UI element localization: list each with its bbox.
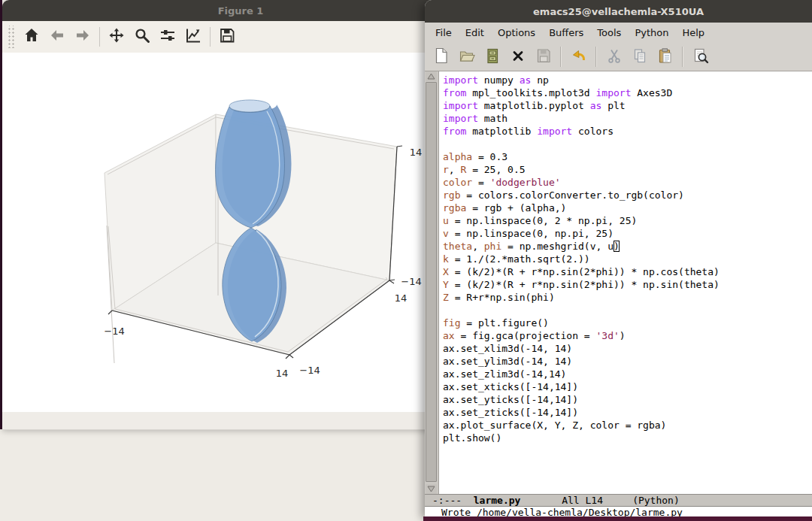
undo-button[interactable]: [567, 45, 590, 68]
menu-tools[interactable]: Tools: [590, 24, 628, 41]
modeline-position-and-mode: All L14 (Python): [520, 495, 679, 506]
scissors-icon: [605, 47, 623, 68]
zoom-button[interactable]: [131, 26, 153, 48]
home-button[interactable]: [20, 26, 43, 48]
clipboard-paste-icon: [656, 47, 674, 68]
emacs-toolbar: [425, 43, 812, 71]
toolbar-separator: [210, 27, 211, 47]
scrollbar-down-arrow-icon[interactable]: [426, 484, 437, 494]
toolbar-separator: [595, 47, 597, 67]
dired-button[interactable]: [480, 45, 504, 68]
x-axis-tick-14: 14: [276, 368, 289, 379]
toolbar-separator: [560, 47, 562, 67]
emacs-window: emacs25@vellachemla-X510UA File Edit Opt…: [425, 0, 812, 516]
back-button[interactable]: [46, 26, 68, 48]
toolbar-separator: [682, 47, 683, 67]
save-floppy-disabled-icon: [535, 47, 553, 68]
menu-options[interactable]: Options: [491, 24, 542, 41]
echo-area-corner-icon: [425, 507, 436, 517]
y-axis-tick-neg14: −14: [299, 365, 320, 376]
undo-arrow-icon: [570, 47, 588, 68]
forward-arrow-icon: [74, 26, 92, 47]
sliders-icon: [159, 26, 177, 47]
scrollbar-thumb[interactable]: [426, 82, 437, 482]
3d-plot: [2, 53, 479, 412]
home-icon: [23, 26, 41, 47]
copy-pages-icon: [631, 47, 649, 68]
emacs-window-title: emacs25@vellachemla-X510UA: [533, 6, 704, 17]
pan-button[interactable]: [105, 26, 128, 48]
line-chart-icon: [184, 26, 202, 47]
emacs-echo-area[interactable]: Wrote /home/vella-chemla/Desktop/larme.p…: [425, 507, 812, 517]
y-axis-tick-14: 14: [395, 292, 408, 304]
toolbar-grip-handle[interactable]: [7, 26, 14, 48]
figure-titlebar[interactable]: Figure 1: [2, 0, 479, 21]
search-button[interactable]: [689, 45, 712, 68]
close-x-icon: [509, 47, 527, 68]
copy-button[interactable]: [628, 45, 651, 68]
scrollbar-up-arrow-icon[interactable]: [426, 71, 437, 81]
search-icon: [692, 47, 710, 68]
new-file-icon: [432, 47, 450, 68]
menu-python[interactable]: Python: [628, 24, 675, 41]
code-area[interactable]: import numpy as npfrom mpl_toolkits.mplo…: [439, 71, 812, 494]
emacs-editor: import numpy as npfrom mpl_toolkits.mplo…: [425, 71, 812, 494]
edit-axes-button[interactable]: [182, 26, 205, 48]
pan-icon: [108, 26, 126, 47]
modeline-buffer-name: larme.py: [474, 495, 521, 506]
save-figure-button[interactable]: [216, 26, 238, 48]
emacs-menubar: File Edit Options Buffers Tools Python H…: [425, 23, 812, 43]
menu-buffers[interactable]: Buffers: [542, 24, 590, 41]
configure-subplots-button[interactable]: [156, 26, 179, 48]
new-file-button[interactable]: [429, 45, 453, 68]
save-buffer-button[interactable]: [532, 45, 555, 68]
zoom-rect-icon: [133, 26, 151, 47]
menu-file[interactable]: File: [429, 24, 459, 41]
figure-window: Figure 1: [2, 0, 479, 429]
z-axis-tick-14: 14: [410, 147, 423, 158]
z-axis-tick-neg14: −14: [401, 276, 421, 287]
figure-toolbar: [2, 21, 479, 53]
kill-buffer-button[interactable]: [506, 45, 529, 68]
save-floppy-icon: [218, 26, 236, 47]
back-arrow-icon: [48, 26, 66, 47]
figure-window-footer: [2, 412, 479, 430]
forward-button[interactable]: [71, 26, 94, 48]
figure-window-title: Figure 1: [218, 5, 264, 17]
emacs-modeline[interactable]: -:--- larme.py All L14 (Python): [425, 494, 812, 507]
file-cabinet-icon: [483, 47, 501, 68]
menu-edit[interactable]: Edit: [459, 24, 491, 41]
menu-help[interactable]: Help: [675, 24, 711, 41]
modeline-status: -:---: [432, 495, 474, 506]
open-folder-icon: [458, 47, 476, 68]
emacs-titlebar[interactable]: emacs25@vellachemla-X510UA: [425, 0, 812, 23]
desktop: Figure 1: [0, 0, 812, 521]
desktop-bottom-strip: [423, 516, 812, 521]
editor-scrollbar[interactable]: [425, 71, 439, 494]
paste-button[interactable]: [653, 45, 677, 68]
open-file-button[interactable]: [455, 45, 478, 68]
x-axis-tick-neg14: −14: [104, 326, 124, 337]
cut-button[interactable]: [602, 45, 626, 68]
toolbar-separator: [99, 27, 100, 47]
figure-canvas[interactable]: −14 14 −14 14 −14 14: [2, 53, 479, 412]
